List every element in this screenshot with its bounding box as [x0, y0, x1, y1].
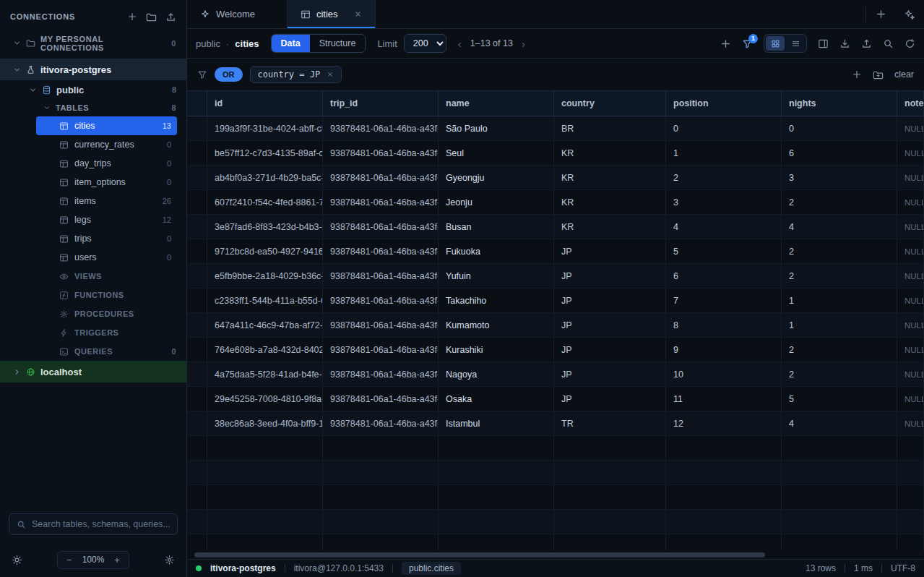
row-handle[interactable]	[187, 362, 207, 387]
column-header-trip_id[interactable]: trip_id	[323, 91, 439, 116]
row-handle[interactable]	[187, 215, 207, 239]
cell-name[interactable]: Busan	[439, 215, 554, 239]
cell-id[interactable]: 647a411c-46c9-47ba-af72-a158a	[207, 313, 323, 338]
cell-name[interactable]: Istambul	[439, 411, 554, 436]
cell-country[interactable]: JP	[554, 239, 666, 264]
cell-id[interactable]: be57ff12-c7d3-4135-89af-cb8138	[207, 141, 323, 166]
cell-id[interactable]: 38ec86a8-3eed-4f0a-bff9-17c764	[207, 411, 323, 436]
zoom-in-button[interactable]: +	[114, 555, 120, 565]
search-table-icon[interactable]	[883, 38, 894, 49]
add-filter-icon[interactable]	[852, 69, 862, 80]
cell-id[interactable]: 4a75daa5-5f28-41ad-b4fe-1986ff	[207, 362, 323, 387]
theme-sun-icon[interactable]	[12, 555, 22, 565]
sidebar-group-personal-connections[interactable]: MY PERSONAL CONNECTIONS 0	[0, 33, 186, 53]
add-row-icon[interactable]	[720, 38, 731, 49]
sidebar-section-procedures[interactable]: PROCEDURES	[0, 304, 186, 323]
cell-country[interactable]: KR	[554, 190, 666, 215]
cell-nights[interactable]: 6	[782, 141, 897, 166]
settings-gear-icon[interactable]	[164, 555, 175, 565]
cell-nights[interactable]: 2	[782, 338, 897, 362]
cell-trip_id[interactable]: 93878481-06a1-46ba-a43f-26a79	[323, 264, 439, 288]
add-connection-icon[interactable]	[127, 12, 137, 22]
row-handle[interactable]	[187, 264, 207, 288]
cell-country[interactable]: JP	[554, 264, 666, 288]
sidebar-table-trips[interactable]: trips0	[36, 229, 177, 248]
cell-nights[interactable]: 5	[782, 387, 897, 411]
cell-trip_id[interactable]: 93878481-06a1-46ba-a43f-26a79	[323, 387, 439, 411]
limit-select[interactable]: 200	[404, 34, 446, 53]
cell-trip_id[interactable]: 93878481-06a1-46ba-a43f-26a79	[323, 215, 439, 239]
sidebar-table-items[interactable]: items26	[36, 192, 177, 210]
breadcrumb-table[interactable]: cities	[235, 38, 259, 49]
cell-position[interactable]: 10	[666, 362, 782, 387]
sidebar-table-legs[interactable]: legs12	[36, 210, 177, 229]
cell-country[interactable]: KR	[554, 166, 666, 190]
cell-position[interactable]: 1	[666, 141, 782, 166]
remove-filter-icon[interactable]	[327, 71, 334, 78]
breadcrumb-schema[interactable]: public	[196, 38, 220, 49]
cell-name[interactable]: Fukuoka	[439, 239, 554, 264]
cell-nights[interactable]: 3	[782, 166, 897, 190]
cell-position[interactable]: 0	[666, 116, 782, 141]
cell-notes[interactable]: NULL	[897, 313, 924, 338]
cell-id[interactable]: e5fb9bbe-2a18-4029-b36c-e5553	[207, 264, 323, 288]
ai-sparkles-icon[interactable]	[895, 9, 924, 20]
cell-id[interactable]: ab4bf0a3-271d-4b29-ba5c-0ecf89	[207, 166, 323, 190]
next-page-icon[interactable]: ›	[522, 38, 525, 50]
sidebar-table-users[interactable]: users0	[36, 248, 177, 267]
filter-funnel-icon[interactable]: 1	[742, 38, 753, 49]
row-handle[interactable]	[187, 313, 207, 338]
column-header-country[interactable]: country	[554, 91, 666, 116]
new-tab-icon[interactable]	[866, 9, 895, 20]
cell-trip_id[interactable]: 93878481-06a1-46ba-a43f-26a79	[323, 116, 439, 141]
cell-notes[interactable]: NULL	[897, 362, 924, 387]
row-handle[interactable]	[187, 190, 207, 215]
cell-id[interactable]: 764e608b-a7a8-432d-8402-01cb	[207, 338, 323, 362]
column-header-name[interactable]: name	[439, 91, 554, 116]
cell-nights[interactable]: 2	[782, 362, 897, 387]
cell-notes[interactable]: NULL	[897, 411, 924, 436]
schema-public[interactable]: public 8	[0, 80, 186, 99]
close-tab-icon[interactable]	[354, 10, 362, 18]
cell-trip_id[interactable]: 93878481-06a1-46ba-a43f-26a79	[323, 190, 439, 215]
tab-cities[interactable]: cities	[287, 0, 376, 28]
cell-country[interactable]: BR	[554, 116, 666, 141]
row-handle[interactable]	[187, 338, 207, 362]
cell-notes[interactable]: NULL	[897, 215, 924, 239]
column-header-nights[interactable]: nights	[782, 91, 897, 116]
cell-notes[interactable]: NULL	[897, 190, 924, 215]
cell-name[interactable]: Gyeongju	[439, 166, 554, 190]
cell-name[interactable]: Kumamoto	[439, 313, 554, 338]
cell-name[interactable]: Osaka	[439, 387, 554, 411]
cell-id[interactable]: 607f2410-f54c-4fed-8861-7b0442	[207, 190, 323, 215]
cell-position[interactable]: 11	[666, 387, 782, 411]
row-handle[interactable]	[187, 288, 207, 313]
cell-country[interactable]: JP	[554, 387, 666, 411]
cell-notes[interactable]: NULL	[897, 288, 924, 313]
cell-notes[interactable]: NULL	[897, 116, 924, 141]
cell-name[interactable]: Nagoya	[439, 362, 554, 387]
scrollbar-thumb[interactable]	[194, 552, 765, 557]
cell-position[interactable]: 6	[666, 264, 782, 288]
cell-nights[interactable]: 0	[782, 116, 897, 141]
refresh-icon[interactable]	[904, 38, 915, 49]
cell-nights[interactable]: 2	[782, 264, 897, 288]
export-connections-icon[interactable]	[165, 12, 176, 22]
connection-localhost[interactable]: localhost	[0, 361, 186, 382]
cell-notes[interactable]: NULL	[897, 166, 924, 190]
save-filter-folder-icon[interactable]	[873, 69, 884, 80]
cell-position[interactable]: 4	[666, 215, 782, 239]
cell-country[interactable]: JP	[554, 288, 666, 313]
cell-nights[interactable]: 4	[782, 215, 897, 239]
toggle-data[interactable]: Data	[272, 35, 310, 52]
cell-trip_id[interactable]: 93878481-06a1-46ba-a43f-26a79	[323, 313, 439, 338]
cell-id[interactable]: 9712bc8d-ea50-4927-9416-316e3	[207, 239, 323, 264]
sidebar-table-cities[interactable]: cities13	[36, 116, 177, 135]
row-handle[interactable]	[187, 116, 207, 141]
column-header-id[interactable]: id	[207, 91, 323, 116]
cell-id[interactable]: 29e45258-7008-4810-9f8a-a1590	[207, 387, 323, 411]
sidebar-table-item_options[interactable]: item_options0	[36, 173, 177, 192]
cell-nights[interactable]: 4	[782, 411, 897, 436]
download-icon[interactable]	[839, 38, 850, 49]
cell-position[interactable]: 3	[666, 190, 782, 215]
